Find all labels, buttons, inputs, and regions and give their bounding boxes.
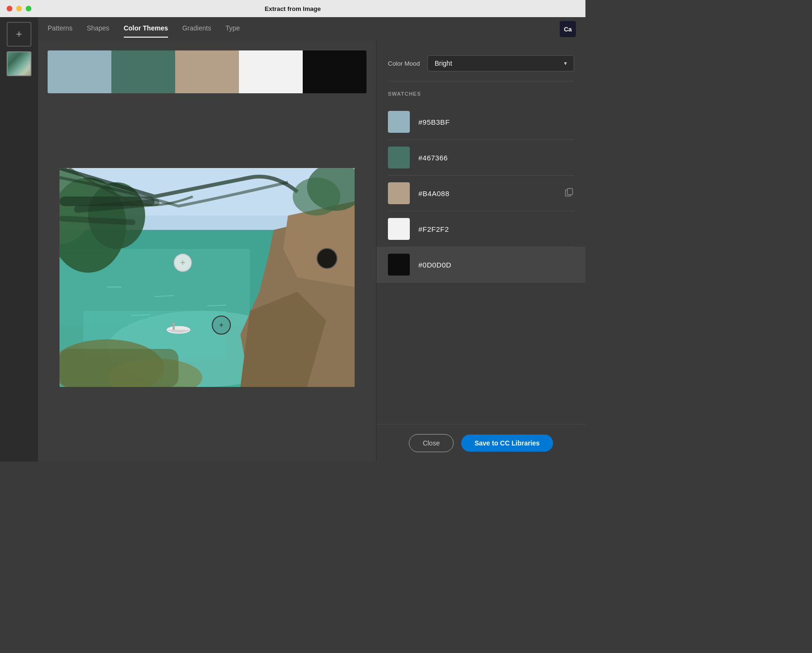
- swatch-hex-4: #F2F2F2: [418, 225, 449, 233]
- swatches-section: SWATCHES #95B3BF #467366 #B4A088: [376, 86, 585, 424]
- source-image: + + +: [59, 168, 355, 387]
- image-thumbnail[interactable]: [7, 51, 31, 76]
- main-area: + + +: [38, 41, 585, 462]
- bottom-buttons: Close Save to CC Libraries: [376, 424, 585, 462]
- traffic-lights: [7, 6, 31, 11]
- thumbnail-image: [8, 52, 30, 75]
- swatch-row-4[interactable]: #F2F2F2: [388, 211, 574, 247]
- close-traffic-light[interactable]: [7, 6, 12, 11]
- palette-swatch-2[interactable]: [111, 50, 175, 93]
- coastal-svg: [59, 168, 355, 387]
- swatches-title: SWATCHES: [388, 91, 574, 97]
- tab-gradients[interactable]: Gradients: [182, 24, 211, 34]
- picker-plus-white: +: [180, 258, 186, 268]
- nav-tabs: Patterns Shapes Color Themes Gradients T…: [38, 17, 585, 41]
- tab-color-themes[interactable]: Color Themes: [124, 24, 168, 34]
- swatch-color-5: [388, 254, 410, 276]
- color-mood-label: Color Mood: [388, 60, 420, 67]
- picker-plus-teal: +: [219, 321, 223, 329]
- chevron-down-icon: ▾: [564, 60, 567, 67]
- svg-rect-28: [567, 188, 573, 195]
- swatch-hex-1: #95B3BF: [418, 118, 450, 126]
- swatch-hex-2: #467366: [418, 154, 448, 162]
- picker-circle-white[interactable]: +: [174, 254, 192, 272]
- canvas-area: + + +: [38, 41, 376, 462]
- svg-point-17: [293, 178, 340, 216]
- content-area: Patterns Shapes Color Themes Gradients T…: [38, 17, 585, 462]
- palette-swatch-4[interactable]: [239, 50, 303, 93]
- picker-circle-teal[interactable]: +: [212, 316, 231, 335]
- titlebar: Extract from Image: [0, 0, 585, 17]
- maximize-traffic-light[interactable]: [26, 6, 31, 11]
- swatch-row-5[interactable]: #0D0D0D: [376, 247, 585, 283]
- swatch-hex-5: #0D0D0D: [418, 261, 451, 269]
- tab-shapes[interactable]: Shapes: [87, 24, 109, 34]
- swatch-row-2[interactable]: #467366: [388, 140, 574, 176]
- svg-rect-20: [59, 349, 178, 387]
- image-canvas: + + +: [48, 103, 366, 452]
- user-avatar[interactable]: Ca: [560, 21, 576, 37]
- mood-dropdown[interactable]: Bright ▾: [427, 55, 574, 71]
- swatch-color-1: [388, 111, 410, 133]
- palette-swatch-1[interactable]: [48, 50, 111, 93]
- right-panel: Color Mood Bright ▾ SWATCHES #95B3BF: [376, 41, 585, 462]
- swatch-color-3: [388, 182, 410, 204]
- add-icon: +: [16, 28, 22, 40]
- swatch-row-1[interactable]: #95B3BF: [388, 104, 574, 140]
- minimize-traffic-light[interactable]: [16, 6, 22, 11]
- swatch-color-4: [388, 218, 410, 240]
- palette-swatch-5[interactable]: [303, 50, 366, 93]
- divider-top: [388, 81, 574, 81]
- add-button[interactable]: +: [7, 22, 31, 47]
- mood-dropdown-value: Bright: [435, 59, 452, 67]
- copy-icon[interactable]: [564, 188, 574, 199]
- picker-circle-dark[interactable]: [317, 248, 337, 269]
- sidebar: +: [0, 17, 38, 462]
- window-title: Extract from Image: [265, 5, 321, 12]
- palette-swatch-3[interactable]: [175, 50, 239, 93]
- save-button[interactable]: Save to CC Libraries: [461, 435, 553, 452]
- color-mood-row: Color Mood Bright ▾: [376, 50, 585, 76]
- swatch-row-3[interactable]: #B4A088: [388, 176, 574, 211]
- close-button[interactable]: Close: [409, 434, 454, 452]
- app-body: + Patterns Shapes Color Themes Gradients…: [0, 17, 585, 462]
- swatch-color-2: [388, 147, 410, 168]
- palette-bar: [48, 50, 366, 93]
- tab-type[interactable]: Type: [226, 24, 240, 34]
- swatch-hex-3: #B4A088: [418, 189, 449, 198]
- tab-patterns[interactable]: Patterns: [48, 24, 72, 34]
